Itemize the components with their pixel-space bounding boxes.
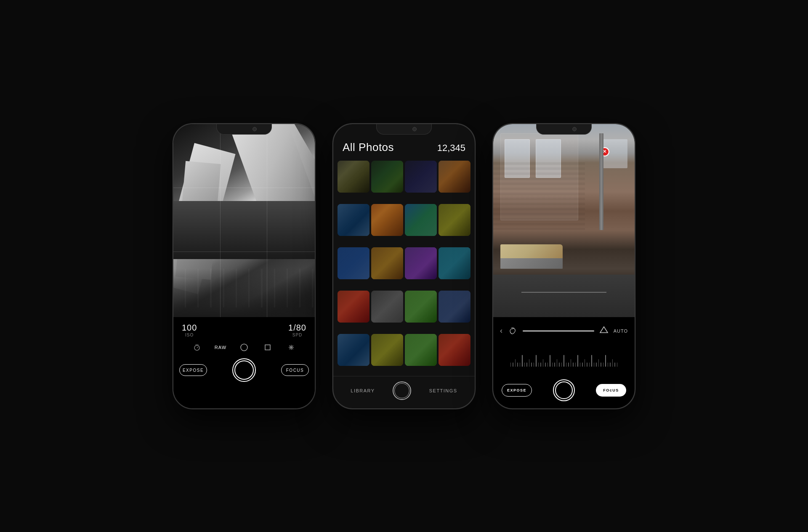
settings-tab[interactable]: SETTINGS (429, 388, 457, 393)
power-button-2[interactable] (475, 200, 476, 221)
library-shutter-button[interactable] (393, 381, 411, 400)
dial-tick (614, 363, 615, 367)
dial-tick (548, 363, 548, 367)
list-item[interactable] (405, 204, 437, 236)
list-item[interactable] (371, 247, 403, 279)
dial-tick (591, 355, 592, 367)
list-item[interactable] (405, 334, 437, 366)
dial-tick (529, 359, 530, 367)
dial-tick (608, 363, 609, 367)
list-item[interactable] (405, 161, 437, 193)
library-title: All Photos (343, 141, 394, 154)
phone-2: All Photos 12,345 (332, 123, 476, 409)
dial-tick (612, 359, 613, 367)
dial-tick (575, 363, 576, 367)
list-item[interactable] (371, 204, 403, 236)
phone-2-screen: All Photos 12,345 (333, 124, 475, 408)
list-item[interactable] (371, 291, 403, 323)
dial-tick (580, 363, 581, 367)
car-chassis (500, 258, 563, 269)
dial-tick (552, 363, 553, 367)
focus-button-3[interactable]: FOcUS (596, 384, 626, 397)
dial-tick (536, 355, 537, 367)
list-item[interactable] (338, 247, 369, 279)
iso-value: 100 (182, 323, 197, 333)
dial-tick (522, 355, 523, 367)
dial-tick (605, 355, 606, 367)
focus-slider[interactable] (523, 331, 594, 331)
list-item[interactable] (338, 334, 369, 366)
dial-tick (587, 363, 587, 367)
list-item[interactable] (439, 161, 470, 193)
dial-tick (515, 359, 516, 367)
phone-1-screen: 100 ISO 1/80 SPD (173, 124, 315, 408)
dial-tick (554, 363, 555, 367)
dial-tick (550, 355, 550, 367)
dial-tick (603, 363, 604, 367)
library-tab[interactable]: LIBRARY (351, 388, 375, 393)
library-screen: All Photos 12,345 (333, 124, 475, 408)
dial-tick (545, 363, 546, 367)
shutter-3-inner (555, 381, 573, 399)
square-icon[interactable] (262, 341, 274, 353)
dial-tick (534, 363, 534, 367)
phones-container: 100 ISO 1/80 SPD (173, 123, 635, 409)
volume-down-button[interactable] (173, 208, 173, 221)
circle-icon[interactable] (238, 341, 250, 353)
volume-up-button-3[interactable] (492, 191, 493, 204)
dial-tick (540, 363, 541, 367)
dial-tick (589, 363, 590, 367)
library-shutter-inner (394, 383, 409, 398)
volume-down-button-2[interactable] (332, 208, 333, 221)
list-item[interactable] (371, 161, 403, 193)
volume-up-button[interactable] (173, 191, 173, 204)
focus-top-row: ‹ (493, 324, 635, 338)
dial-tick (594, 363, 595, 367)
power-button[interactable] (315, 200, 316, 221)
auto-label[interactable]: AUTO (614, 328, 628, 333)
focus-dial[interactable] (493, 348, 635, 369)
list-item[interactable] (439, 247, 470, 279)
timer-icon[interactable] (191, 341, 203, 353)
shutter-row: EXPOSE FOCUS (173, 358, 315, 382)
power-button-3[interactable] (635, 200, 635, 221)
volume-down-button-3[interactable] (492, 208, 493, 221)
library-count: 12,345 (437, 143, 465, 154)
asterisk-icon[interactable] (285, 341, 297, 353)
expose-button-3[interactable]: EXPOSE (502, 384, 532, 397)
dial-tick (538, 363, 539, 367)
svg-line-3 (198, 344, 198, 345)
dial-tick (617, 363, 618, 367)
list-item[interactable] (405, 291, 437, 323)
brick-texture (493, 162, 585, 230)
dial-tick (571, 359, 571, 367)
macro-icon[interactable] (508, 326, 518, 336)
focus-button[interactable]: FOCUS (281, 364, 309, 376)
dial-tick (601, 363, 601, 367)
dial-tick (585, 359, 585, 367)
list-item[interactable] (439, 204, 470, 236)
shutter-button[interactable] (232, 358, 256, 382)
list-item[interactable] (439, 291, 470, 323)
iso-group: 100 ISO (182, 323, 197, 337)
dial-ticks (510, 350, 618, 367)
list-item[interactable] (371, 334, 403, 366)
list-item[interactable] (338, 204, 369, 236)
back-button[interactable]: ‹ (500, 326, 502, 335)
list-item[interactable] (439, 334, 470, 366)
svg-point-5 (241, 344, 247, 351)
dial-tick (598, 359, 599, 367)
svg-line-2 (196, 344, 196, 345)
volume-up-button-2[interactable] (332, 191, 333, 204)
list-item[interactable] (405, 247, 437, 279)
raw-label[interactable]: RAW (215, 345, 226, 350)
list-item[interactable] (338, 161, 369, 193)
street-photo: ✕ (493, 124, 635, 318)
iso-spd-row: 100 ISO 1/80 SPD (173, 320, 315, 337)
iso-label: ISO (185, 333, 194, 337)
dial-tick (526, 363, 527, 367)
list-item[interactable] (338, 291, 369, 323)
focus-controls: ‹ (493, 317, 635, 408)
expose-button[interactable]: EXPOSE (179, 364, 207, 376)
shutter-button-3[interactable] (553, 379, 575, 401)
